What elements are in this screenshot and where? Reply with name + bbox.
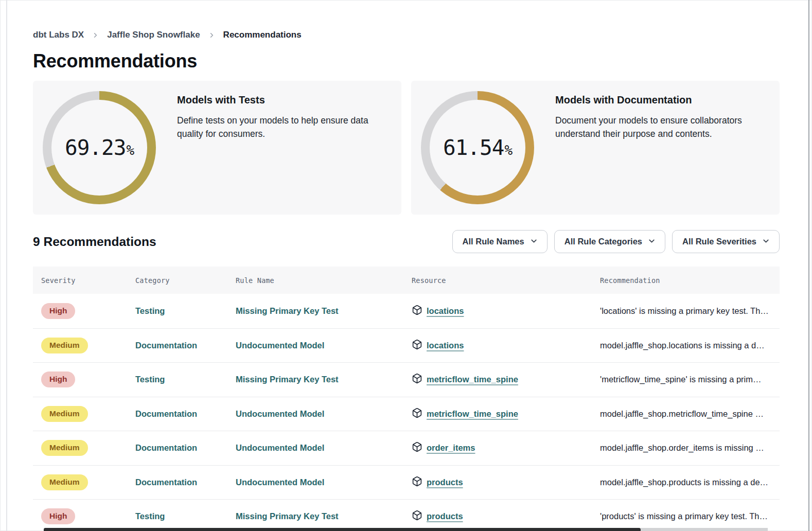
model-cube-icon: [412, 408, 422, 420]
models-with-documentation-percentage: 61.54%: [443, 135, 512, 160]
table-row: Medium Documentation Undocumented Model …: [33, 431, 780, 465]
resource-link[interactable]: locations: [427, 341, 464, 350]
table-row: Medium Documentation Undocumented Model …: [33, 397, 780, 431]
resource-link[interactable]: metricflow_time_spine: [427, 375, 518, 384]
filter-label: All Rule Categories: [564, 237, 642, 246]
rule-name-link[interactable]: Undocumented Model: [236, 477, 324, 487]
rule-name-link[interactable]: Undocumented Model: [236, 341, 324, 350]
category-link[interactable]: Documentation: [135, 341, 197, 350]
category-link[interactable]: Testing: [135, 306, 165, 315]
recommendation-cell: 'locations' is missing a primary key tes…: [592, 306, 780, 316]
category-cell: Documentation: [127, 443, 227, 453]
category-link[interactable]: Documentation: [135, 409, 197, 418]
category-cell: Testing: [127, 306, 227, 316]
resource-link[interactable]: products: [427, 477, 463, 487]
stat-text: Models with Tests Define tests on your m…: [177, 91, 391, 204]
filter-bar: All Rule Names All Rule Categories All R…: [452, 230, 780, 253]
donut-hole: 61.54%: [430, 100, 525, 196]
table-row: Medium Documentation Undocumented Model …: [33, 465, 780, 500]
severity-badge: High: [41, 371, 75, 387]
severity-badge: Medium: [41, 474, 88, 490]
chevron-right-icon: [92, 31, 99, 39]
filter-label: All Rule Severities: [682, 237, 756, 246]
chevron-down-icon: [647, 236, 656, 247]
rule-name-link[interactable]: Missing Primary Key Test: [236, 306, 339, 315]
rule-name-cell: Undocumented Model: [227, 477, 403, 487]
severity-cell: Medium: [33, 440, 127, 456]
category-cell: Testing: [127, 375, 227, 384]
rule-name-cell: Undocumented Model: [227, 341, 403, 350]
chevron-right-icon: [208, 31, 216, 39]
stat-card-description: Document your models to ensure collabora…: [555, 114, 747, 141]
column-header-severity: Severity: [33, 276, 127, 285]
rule-categories-filter-dropdown[interactable]: All Rule Categories: [554, 230, 665, 253]
resource-link[interactable]: metricflow_time_spine: [427, 409, 518, 419]
models-with-tests-card: 69.23% Models with Tests Define tests on…: [33, 81, 401, 215]
page-title: Recommendations: [33, 50, 780, 72]
chevron-down-icon: [529, 236, 538, 247]
rule-name-cell: Missing Primary Key Test: [227, 375, 403, 384]
category-link[interactable]: Documentation: [135, 443, 197, 452]
severity-cell: High: [33, 303, 127, 319]
breadcrumb-item-dbt-labs-dx[interactable]: dbt Labs DX: [33, 30, 84, 40]
recommendations-table: Severity Category Rule Name Resource Rec…: [33, 267, 780, 531]
rule-name-link[interactable]: Undocumented Model: [236, 409, 324, 418]
stat-card-description: Define tests on your models to help ensu…: [177, 114, 391, 141]
percentage-sign: %: [126, 143, 134, 158]
rule-name-cell: Undocumented Model: [227, 443, 403, 453]
list-header: 9 Recommendations All Rule Names All Rul…: [33, 230, 780, 253]
scrollbar-thumb[interactable]: [44, 528, 641, 531]
table-row: High Testing Missing Primary Key Test lo…: [33, 294, 780, 328]
column-header-rule-name: Rule Name: [227, 276, 403, 285]
category-link[interactable]: Testing: [135, 511, 165, 521]
recommendation-cell: model.jaffle_shop.order_items is missing…: [592, 443, 780, 453]
recommendations-count-title: 9 Recommendations: [33, 235, 156, 249]
recommendation-cell: model.jaffle_shop.locations is missing a…: [592, 341, 780, 350]
severity-badge: Medium: [41, 406, 88, 422]
resource-link[interactable]: locations: [427, 306, 464, 316]
resource-cell: metricflow_time_spine: [403, 408, 592, 420]
model-cube-icon: [412, 510, 422, 523]
severity-cell: Medium: [33, 474, 127, 490]
resource-link[interactable]: order_items: [427, 443, 475, 453]
scrollbar-track: [641, 528, 768, 531]
column-header-recommendation: Recommendation: [592, 276, 780, 285]
rule-name-link[interactable]: Undocumented Model: [236, 443, 324, 452]
severity-cell: Medium: [33, 406, 127, 422]
severity-cell: High: [33, 508, 127, 524]
rule-names-filter-dropdown[interactable]: All Rule Names: [452, 230, 548, 253]
category-cell: Documentation: [127, 477, 227, 487]
rule-name-cell: Missing Primary Key Test: [227, 306, 403, 316]
donut-hole: 69.23%: [51, 100, 147, 196]
category-link[interactable]: Testing: [135, 375, 165, 384]
rule-name-link[interactable]: Missing Primary Key Test: [236, 375, 339, 384]
category-cell: Documentation: [127, 409, 227, 419]
resource-link[interactable]: products: [427, 511, 463, 521]
breadcrumb-item-jaffle-shop-snowflake[interactable]: Jaffle Shop Snowflake: [107, 30, 200, 40]
resource-cell: products: [403, 476, 592, 489]
recommendation-cell: 'products' is missing a primary key test…: [592, 511, 780, 521]
severity-badge: High: [41, 303, 75, 319]
category-cell: Testing: [127, 511, 227, 521]
category-cell: Documentation: [127, 341, 227, 350]
models-with-tests-percentage: 69.23%: [65, 135, 134, 160]
window-right-edge: [808, 0, 809, 531]
severity-cell: High: [33, 371, 127, 387]
rule-name-cell: Undocumented Model: [227, 409, 403, 419]
rule-name-link[interactable]: Missing Primary Key Test: [236, 511, 339, 521]
table-body: High Testing Missing Primary Key Test lo…: [33, 294, 780, 531]
resource-cell: products: [403, 510, 592, 523]
stat-text: Models with Documentation Document your …: [555, 91, 747, 204]
table-row: Medium Documentation Undocumented Model …: [33, 328, 780, 363]
resource-cell: locations: [403, 305, 592, 317]
chevron-down-icon: [762, 236, 770, 247]
rule-severities-filter-dropdown[interactable]: All Rule Severities: [672, 230, 780, 253]
column-header-resource: Resource: [403, 276, 592, 285]
table-row: High Testing Missing Primary Key Test me…: [33, 362, 780, 397]
models-with-documentation-donut-chart: 61.54%: [421, 91, 534, 204]
category-link[interactable]: Documentation: [135, 477, 197, 487]
horizontal-scrollbar: [0, 527, 812, 531]
resource-cell: locations: [403, 339, 592, 352]
percentage-value: 61.54: [443, 135, 504, 160]
table-header-row: Severity Category Rule Name Resource Rec…: [33, 267, 780, 294]
